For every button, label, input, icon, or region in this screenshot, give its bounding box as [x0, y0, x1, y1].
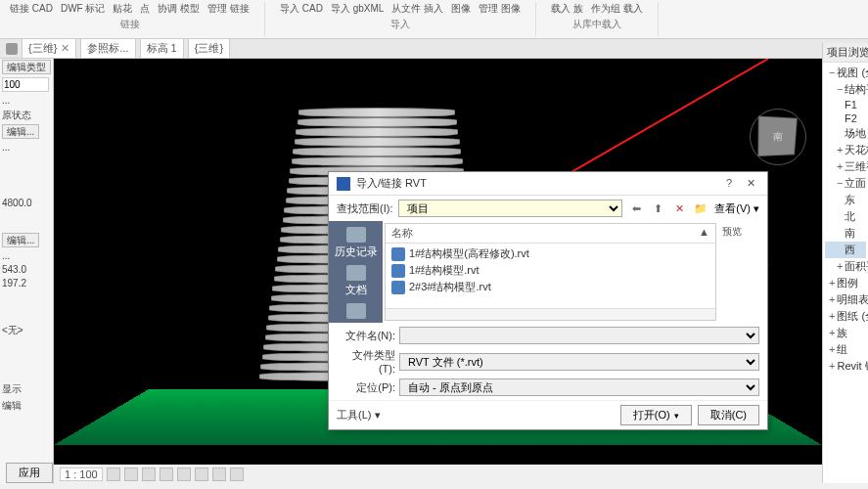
- close-button[interactable]: ✕: [742, 177, 759, 191]
- tree-item[interactable]: +Revit 链...: [825, 358, 866, 375]
- apply-button[interactable]: 应用: [6, 463, 53, 483]
- sort-indicator-icon: ▲: [699, 226, 709, 241]
- tree-label: 图例: [837, 277, 858, 289]
- ribbon-button[interactable]: 从文件 插入: [391, 2, 443, 16]
- tree-item[interactable]: −视图 (全...: [825, 65, 866, 81]
- status-icon[interactable]: [142, 467, 156, 481]
- ribbon-button[interactable]: 链接 CAD: [10, 2, 53, 16]
- tree-item[interactable]: +面积平面: [825, 258, 866, 275]
- ribbon-button[interactable]: 导入 CAD: [280, 2, 323, 16]
- tree-item[interactable]: −立面 (建...: [825, 175, 866, 192]
- up-icon[interactable]: ⬆: [650, 200, 665, 216]
- file-name: 2#3#结构模型.rvt: [409, 280, 491, 294]
- cancel-button[interactable]: 取消(C): [698, 405, 759, 425]
- tree-label: 视图 (全...: [837, 67, 868, 78]
- tree-label: 西: [845, 244, 855, 255]
- tab-label: 参照标...: [87, 41, 128, 56]
- expander-icon[interactable]: +: [829, 360, 835, 372]
- view-tabs: {三维}✕参照标...标高 1{三维}: [0, 39, 868, 59]
- tree-label: 北: [845, 210, 855, 222]
- ribbon-button[interactable]: 作为组 载入: [591, 2, 643, 16]
- lookin-bar: 查找范围(I): 项目 ⬅ ⬆ ✕ 📁 查看(V) ▾: [329, 196, 767, 221]
- tree-item[interactable]: 东: [825, 192, 866, 208]
- status-icon[interactable]: [177, 467, 191, 481]
- ribbon-button[interactable]: 贴花: [113, 2, 132, 16]
- ribbon-button[interactable]: 协调 模型: [158, 2, 200, 16]
- view-tab[interactable]: 参照标...: [80, 38, 135, 59]
- expander-icon[interactable]: +: [829, 327, 835, 338]
- tree-label: Revit 链...: [837, 360, 868, 372]
- tree-item[interactable]: +组: [825, 341, 866, 358]
- tree-item[interactable]: F1: [825, 98, 866, 111]
- scale-display[interactable]: 1 : 100: [60, 467, 103, 481]
- expander-icon[interactable]: +: [837, 160, 843, 172]
- expander-icon[interactable]: +: [829, 293, 835, 305]
- file-item[interactable]: 1#结构模型.rvt: [388, 262, 713, 279]
- status-icon[interactable]: [230, 467, 244, 481]
- view-tab[interactable]: {三维}✕: [22, 38, 76, 59]
- views-dropdown[interactable]: 查看(V) ▾: [714, 201, 759, 216]
- expander-icon[interactable]: +: [829, 310, 835, 322]
- expander-icon[interactable]: +: [829, 277, 835, 289]
- status-icon[interactable]: [212, 467, 226, 481]
- view-tab[interactable]: 标高 1: [140, 38, 184, 59]
- view-cube[interactable]: 南: [749, 108, 807, 166]
- column-header[interactable]: 名称 ▲: [386, 224, 715, 244]
- ribbon-button[interactable]: 管理 图像: [479, 2, 521, 16]
- horizontal-scrollbar[interactable]: [386, 308, 715, 320]
- home-icon[interactable]: [6, 43, 18, 55]
- expander-icon[interactable]: +: [829, 343, 835, 355]
- ribbon-button[interactable]: 导入 gbXML: [331, 2, 384, 16]
- back-icon[interactable]: ⬅: [628, 200, 644, 216]
- tree-item[interactable]: +族: [825, 325, 866, 341]
- tree-item[interactable]: 场地: [825, 125, 866, 142]
- lookin-dropdown[interactable]: 项目: [398, 200, 622, 217]
- expander-icon[interactable]: +: [837, 144, 843, 156]
- cube-face[interactable]: 南: [757, 115, 797, 156]
- tree-item[interactable]: +天花板...: [825, 142, 866, 158]
- places-item[interactable]: 我的电脑: [332, 301, 381, 323]
- tree-item[interactable]: +明细表/...: [825, 291, 866, 308]
- ribbon-button[interactable]: DWF 标记: [61, 2, 106, 16]
- places-item[interactable]: 文档: [332, 263, 381, 299]
- scale-input[interactable]: [2, 77, 49, 92]
- tree-item[interactable]: 西: [825, 242, 866, 258]
- delete-icon[interactable]: ✕: [671, 200, 687, 216]
- filetype-dropdown[interactable]: RVT 文件 (*.rvt): [399, 353, 759, 371]
- open-button[interactable]: 打开(O): [620, 405, 692, 425]
- newfolder-icon[interactable]: 📁: [693, 200, 708, 216]
- status-icon[interactable]: [107, 467, 120, 481]
- status-icon[interactable]: [124, 467, 138, 481]
- expander-icon[interactable]: −: [837, 83, 843, 95]
- filename-input[interactable]: [399, 327, 759, 344]
- ribbon-button[interactable]: 载入 族: [551, 2, 583, 16]
- edit-type-button[interactable]: 编辑类型: [2, 60, 51, 74]
- tree-item[interactable]: +图例: [825, 275, 866, 291]
- column-name[interactable]: 名称: [391, 226, 699, 241]
- status-bar: 1 : 100: [54, 465, 250, 484]
- status-icon[interactable]: [160, 467, 173, 481]
- tree-item[interactable]: +图纸 (全...: [825, 308, 866, 325]
- ribbon-button[interactable]: 管理 链接: [207, 2, 250, 16]
- expander-icon[interactable]: −: [829, 67, 835, 78]
- view-tab[interactable]: {三维}: [188, 38, 230, 59]
- status-icon[interactable]: [195, 467, 208, 481]
- tree-item[interactable]: F2: [825, 111, 866, 125]
- file-item[interactable]: 2#3#结构模型.rvt: [388, 279, 713, 295]
- tree-item[interactable]: 北: [825, 208, 866, 225]
- edit-button-2[interactable]: 编辑...: [2, 233, 39, 247]
- help-button[interactable]: ?: [720, 177, 738, 191]
- places-item[interactable]: 历史记录: [332, 225, 381, 261]
- ribbon-button[interactable]: 点: [140, 2, 150, 16]
- tab-close-icon[interactable]: ✕: [61, 42, 69, 55]
- tools-dropdown[interactable]: 工具(L) ▾: [337, 408, 381, 422]
- file-item[interactable]: 1#结构模型(高程修改).rvt: [388, 245, 713, 262]
- tree-item[interactable]: −结构平面: [825, 81, 866, 98]
- position-dropdown[interactable]: 自动 - 原点到原点: [399, 378, 759, 396]
- edit-button-1[interactable]: 编辑...: [2, 124, 39, 139]
- expander-icon[interactable]: −: [837, 177, 843, 189]
- tree-item[interactable]: 南: [825, 225, 866, 242]
- ribbon-button[interactable]: 图像: [451, 2, 471, 16]
- tree-item[interactable]: +三维视图: [825, 158, 866, 175]
- expander-icon[interactable]: +: [837, 260, 843, 272]
